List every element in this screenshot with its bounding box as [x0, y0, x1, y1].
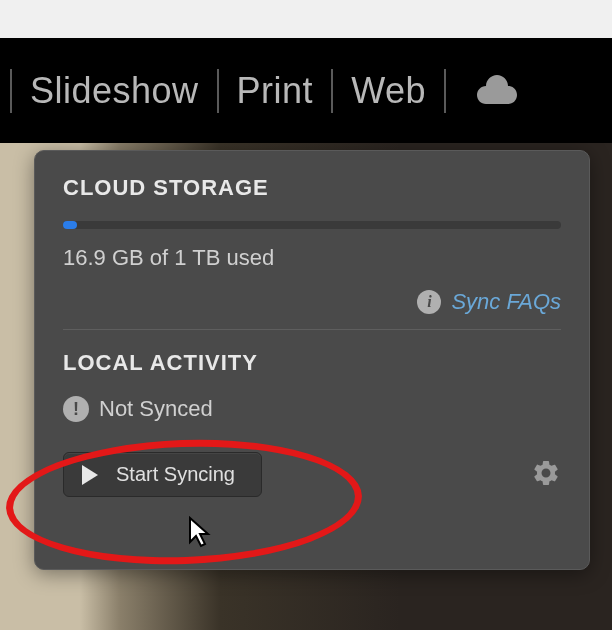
top-strip — [0, 0, 612, 38]
tab-web[interactable]: Web — [333, 70, 444, 112]
cloud-sync-button[interactable] — [446, 74, 518, 108]
cloud-storage-heading: CLOUD STORAGE — [63, 175, 561, 201]
start-syncing-label: Start Syncing — [116, 463, 235, 486]
settings-button[interactable] — [531, 458, 561, 492]
sync-status-text: Not Synced — [99, 396, 213, 422]
storage-progress-bar — [63, 221, 561, 229]
storage-usage-text: 16.9 GB of 1 TB used — [63, 245, 561, 271]
faq-row: i Sync FAQs — [63, 289, 561, 315]
warning-icon: ! — [63, 396, 89, 422]
local-activity-heading: LOCAL ACTIVITY — [63, 350, 561, 376]
sync-faqs-link[interactable]: Sync FAQs — [451, 289, 561, 315]
sync-status-row: ! Not Synced — [63, 396, 561, 422]
info-icon: i — [417, 290, 441, 314]
tab-slideshow[interactable]: Slideshow — [12, 70, 217, 112]
start-syncing-button[interactable]: Start Syncing — [63, 452, 262, 497]
cloud-sync-panel: CLOUD STORAGE 16.9 GB of 1 TB used i Syn… — [34, 150, 590, 570]
panel-bottom-row: Start Syncing — [63, 452, 561, 497]
gear-icon — [531, 474, 561, 491]
cloud-icon — [472, 74, 518, 108]
storage-progress-fill — [63, 221, 77, 229]
section-divider — [63, 329, 561, 330]
module-tabs-bar: Slideshow Print Web — [0, 38, 612, 143]
play-icon — [82, 465, 98, 485]
tab-print[interactable]: Print — [219, 70, 332, 112]
